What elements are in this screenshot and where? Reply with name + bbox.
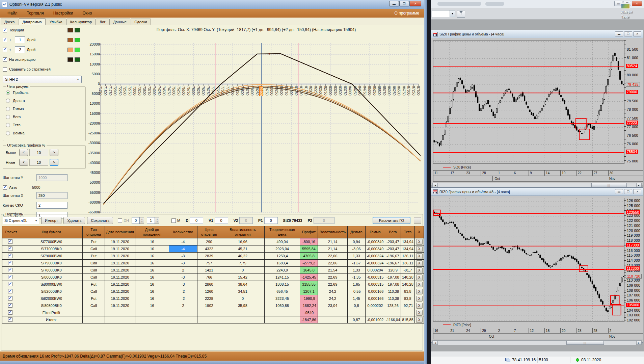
cell-profit[interactable]: 3155,55: [300, 281, 318, 288]
menu-item-about[interactable]: О программе: [395, 11, 421, 16]
below-increase-button[interactable]: >: [50, 159, 58, 166]
below-value-input[interactable]: [29, 159, 48, 166]
cell-vol[interactable]: 21,54: [318, 267, 348, 274]
cell-qty[interactable]: -4: [169, 238, 197, 245]
desktop-icon-image[interactable]: [621, 3, 630, 9]
cell-vol[interactable]: 22,69: [318, 281, 348, 288]
cell-qty[interactable]: -3: [169, 281, 197, 288]
cell-qty[interactable]: [169, 309, 197, 316]
cell-type[interactable]: Call: [83, 302, 105, 309]
cell-theo[interactable]: 2243,9: [265, 267, 300, 274]
cell-qty[interactable]: -3: [169, 274, 197, 281]
cell-openVol[interactable]: 0: [221, 267, 265, 274]
scroll-left-icon[interactable]: ◄: [433, 341, 438, 345]
cell-open[interactable]: [197, 309, 221, 316]
scroll-thumb[interactable]: |||: [591, 183, 627, 187]
cell-gamma[interactable]: -0,000324: [366, 260, 385, 267]
cell-theta[interactable]: 136,11: [401, 260, 415, 267]
cell-delta[interactable]: 1,65: [348, 281, 366, 288]
cell-delta[interactable]: [348, 309, 366, 316]
cell-type[interactable]: Put: [83, 295, 105, 302]
riz0-scrollbar[interactable]: ◄►|||: [432, 340, 642, 345]
cell-theta[interactable]: 140,28: [401, 281, 415, 288]
cell-vega[interactable]: -196,67: [385, 253, 401, 260]
cell-theo[interactable]: 1808,15: [265, 281, 300, 288]
cell-code[interactable]: Si77000BK0: [20, 245, 83, 253]
cell-days[interactable]: [135, 309, 169, 316]
cell-type[interactable]: Call: [83, 274, 105, 281]
cell-vega[interactable]: -197,08: [385, 274, 401, 281]
row-checkbox[interactable]: [8, 268, 12, 272]
cell-vol[interactable]: 23,04: [318, 302, 348, 309]
cell-vega[interactable]: -110,38: [385, 288, 401, 295]
menu-item-1[interactable]: Торговля: [22, 11, 49, 16]
toolbar-combobox[interactable]: ▼: [432, 10, 455, 17]
row-delete-button[interactable]: X: [416, 267, 423, 273]
cell-open[interactable]: 1421: [197, 267, 221, 274]
maximize-icon[interactable]: ❐: [399, 1, 409, 6]
payoff-plot[interactable]: [88, 25, 424, 213]
cell-code[interactable]: FixedProfit: [20, 309, 83, 316]
siz0-plot[interactable]: [433, 40, 624, 164]
cell-type[interactable]: [83, 309, 105, 316]
tab-Диаграмма[interactable]: Диаграмма: [19, 18, 45, 25]
cell-vol[interactable]: 22,06: [318, 253, 348, 260]
cell-x[interactable]: X: [415, 288, 424, 295]
cell-openVol[interactable]: 38,64: [221, 281, 265, 288]
cell-theta[interactable]: 136,11: [401, 253, 415, 260]
toolbar-minimize-button[interactable]: _: [414, 217, 421, 224]
row-delete-button[interactable]: X: [416, 310, 423, 316]
cell-theo[interactable]: 490,04: [265, 238, 300, 245]
cell-vol[interactable]: 21,14: [318, 245, 348, 253]
auto-checkbox[interactable]: [3, 185, 7, 190]
dh-checkbox[interactable]: [118, 218, 122, 223]
tab-Данные[interactable]: Данные: [109, 19, 130, 25]
cell-theta[interactable]: 83,8: [401, 295, 415, 302]
save-button[interactable]: Сохранить: [87, 217, 113, 224]
cell-x[interactable]: X: [415, 316, 424, 323]
siz0-scrollbar[interactable]: ◄►|||: [432, 183, 642, 187]
cell-theo[interactable]: 656,45: [265, 288, 300, 295]
cell-x[interactable]: X: [415, 238, 424, 245]
cell-days[interactable]: [135, 316, 169, 323]
cell-x[interactable]: X: [415, 309, 424, 316]
row-checkbox[interactable]: [8, 310, 12, 315]
cell-type[interactable]: Call: [83, 245, 105, 253]
cell-open[interactable]: 4322: [197, 245, 221, 253]
cell-profit[interactable]: -9540: [300, 309, 318, 316]
cell-days[interactable]: 16: [135, 238, 169, 245]
tab-Улыбка[interactable]: Улыбка: [46, 19, 66, 25]
grid-y-input[interactable]: [36, 174, 68, 181]
row-checkbox[interactable]: [8, 254, 12, 258]
cell-qty[interactable]: -3: [169, 260, 197, 267]
riz0-plot[interactable]: [433, 198, 624, 322]
cell-vega[interactable]: -203,47: [385, 245, 401, 253]
cell-x[interactable]: X: [415, 260, 424, 267]
cell-profit[interactable]: -1847,86: [300, 316, 318, 323]
below-decrease-button[interactable]: <: [19, 159, 28, 166]
cell-theta[interactable]: 134,94: [401, 245, 415, 253]
scroll-left-icon[interactable]: ◄: [433, 183, 438, 187]
cell-days[interactable]: 16: [135, 295, 169, 302]
title-bar[interactable]: OptionFVV версия 2.1 public ▬ ❐ ✕: [0, 0, 424, 9]
cell-theo[interactable]: 1241,15: [265, 274, 300, 281]
p2-input[interactable]: [314, 217, 334, 224]
row-delete-button[interactable]: X: [416, 260, 423, 266]
calc-go-button[interactable]: Рассчитать ГО: [373, 217, 410, 224]
menu-item-2[interactable]: Настройки: [49, 11, 78, 16]
row-delete-button[interactable]: X: [416, 239, 423, 245]
cell-openVol[interactable]: 34,51: [221, 288, 265, 295]
cell-delta[interactable]: 0,87: [348, 316, 366, 323]
cell-theo[interactable]: 1250,4: [265, 253, 300, 260]
cell-profit[interactable]: 5595,84: [300, 245, 318, 253]
cell-theo[interactable]: 1060,88: [265, 302, 300, 309]
row-delete-button[interactable]: X: [416, 275, 423, 280]
strategy-dropdown[interactable]: Si НН 2 ▼: [3, 76, 82, 83]
cell-delta[interactable]: 0,8: [348, 302, 366, 309]
cell-code[interactable]: Si79000BK0: [20, 260, 83, 267]
dh-spinner-1-input[interactable]: [132, 217, 140, 224]
cell-theo[interactable]: [265, 309, 300, 316]
draw-option-radio-Прибыль[interactable]: [6, 90, 10, 95]
cell-days[interactable]: 16: [135, 260, 169, 267]
cell-delta[interactable]: 1,33: [348, 253, 366, 260]
